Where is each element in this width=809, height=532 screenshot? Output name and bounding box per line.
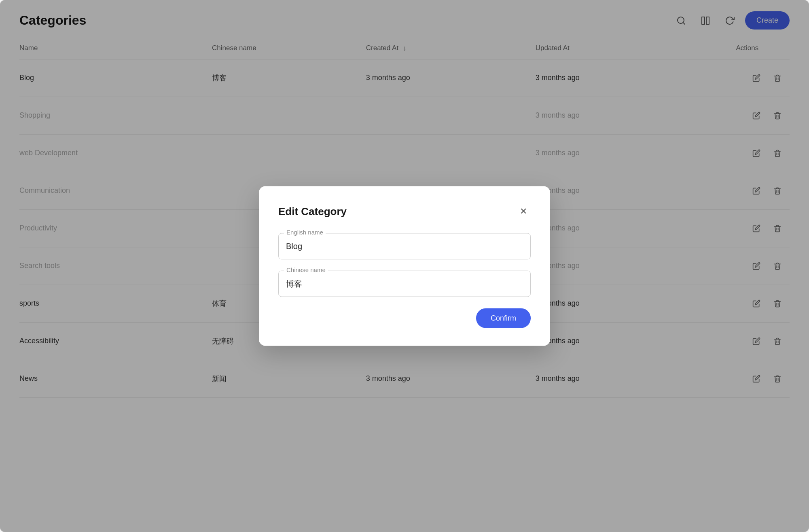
app-container: Categories Create xyxy=(0,0,809,532)
close-icon: ✕ xyxy=(520,206,527,217)
chinese-name-field: Chinese name xyxy=(278,271,531,297)
modal-footer: Confirm xyxy=(278,308,531,328)
confirm-button[interactable]: Confirm xyxy=(476,308,531,328)
english-name-input[interactable] xyxy=(278,233,531,260)
modal-title: Edit Category xyxy=(278,205,347,217)
english-name-field: English name xyxy=(278,233,531,260)
chinese-name-label: Chinese name xyxy=(284,266,328,273)
chinese-name-input[interactable] xyxy=(278,271,531,297)
modal-close-button[interactable]: ✕ xyxy=(516,204,531,219)
edit-category-modal: Edit Category ✕ English name Chinese nam… xyxy=(259,186,550,346)
modal-header: Edit Category ✕ xyxy=(278,204,531,219)
english-name-label: English name xyxy=(284,229,326,236)
